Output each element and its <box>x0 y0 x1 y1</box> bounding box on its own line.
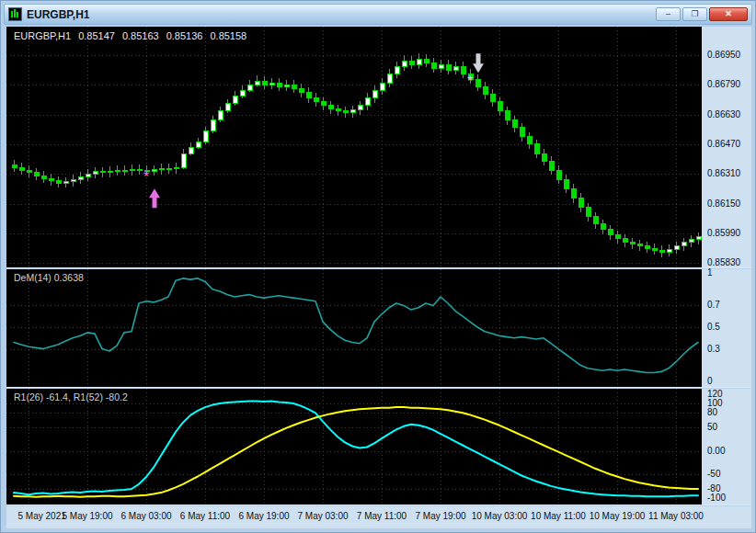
window-titlebar[interactable]: EURGBP,H1 – ❐ ✕ <box>4 4 752 25</box>
dem-tick-label: 0.3 <box>707 344 720 354</box>
dem-tick-label: 0.5 <box>707 322 720 332</box>
window-controls: – ❐ ✕ <box>656 7 748 21</box>
price-tick-label: 0.86150 <box>707 198 740 209</box>
price-tick-label: 0.86950 <box>707 50 740 60</box>
time-label: 6 May 03:00 <box>120 511 171 521</box>
dem-tick-label: 1 <box>707 267 713 278</box>
time-label: 6 May 19:00 <box>238 511 289 521</box>
time-label: 5 May 19:00 <box>62 511 112 521</box>
quote-high: 0.85163 <box>122 30 159 41</box>
r1-tick-label: 80 <box>707 407 717 417</box>
time-label: 7 May 19:00 <box>415 511 465 521</box>
time-label: 7 May 11:00 <box>357 511 407 521</box>
dem-tick-label: 0 <box>707 376 713 386</box>
minimize-button[interactable]: – <box>656 7 681 21</box>
restore-icon: ❐ <box>691 10 698 18</box>
window-icon <box>8 7 22 21</box>
sell-signal-marker: * <box>467 74 473 89</box>
price-tick-label: 0.86310 <box>707 168 740 178</box>
time-label: 10 May 03:00 <box>472 511 528 521</box>
quote-symbol: EURGBP,H1 <box>14 30 71 41</box>
time-label: 11 May 03:00 <box>648 511 704 521</box>
price-scale[interactable]: 0.869500.867900.866300.864700.863100.861… <box>702 27 751 506</box>
price-tick-label: 0.85990 <box>707 228 740 238</box>
window-title: EURGBP,H1 <box>27 8 89 21</box>
buy-arrow-icon <box>149 188 160 208</box>
r1-tick-label: 50 <box>707 422 717 432</box>
price-tick-label: 0.86470 <box>707 139 740 149</box>
chart-area: ** 0.869500.867900.866300.864700.863100.… <box>6 27 751 528</box>
quote-line: EURGBP,H1 0.85147 0.85163 0.85136 0.8515… <box>14 30 246 41</box>
r1-indicator-pane[interactable] <box>6 389 702 505</box>
r1-tick-label: 0.00 <box>707 446 725 456</box>
time-label: 6 May 11:00 <box>180 511 230 521</box>
dem-indicator-label: DeM(14) 0.3638 <box>14 272 84 283</box>
time-label: 7 May 03:00 <box>297 511 348 521</box>
time-label: 10 May 11:00 <box>531 511 586 521</box>
r1-indicator-label: R1(26) -61.4, R1(52) -80.2 <box>14 391 128 403</box>
close-button[interactable]: ✕ <box>709 7 748 21</box>
r1-tick-label: -100 <box>707 493 726 503</box>
r1-tick-label: -50 <box>707 469 720 479</box>
dem-tick-label: 0.7 <box>707 300 720 310</box>
quote-open: 0.85147 <box>78 30 115 41</box>
chart-window: EURGBP,H1 – ❐ ✕ ** 0.869500.867900.86630… <box>0 0 756 533</box>
sell-arrow-icon <box>473 53 484 73</box>
price-tick-label: 0.86790 <box>707 79 740 89</box>
quote-low: 0.85136 <box>166 30 203 41</box>
time-scale[interactable]: 5 May 20215 May 19:006 May 03:006 May 11… <box>6 506 751 528</box>
time-label: 5 May 2021 <box>18 511 66 521</box>
price-tick-label: 0.86630 <box>707 109 740 119</box>
close-icon: ✕ <box>725 10 732 18</box>
quote-close: 0.85158 <box>210 30 246 41</box>
restore-button[interactable]: ❐ <box>682 7 707 21</box>
price-tick-label: 0.85830 <box>707 257 740 267</box>
minimize-icon: – <box>666 10 670 18</box>
price-pane[interactable]: ** <box>6 27 702 267</box>
time-label: 10 May 19:00 <box>590 511 646 521</box>
buy-signal-marker: * <box>143 169 149 185</box>
dem-indicator-pane[interactable] <box>6 269 702 387</box>
